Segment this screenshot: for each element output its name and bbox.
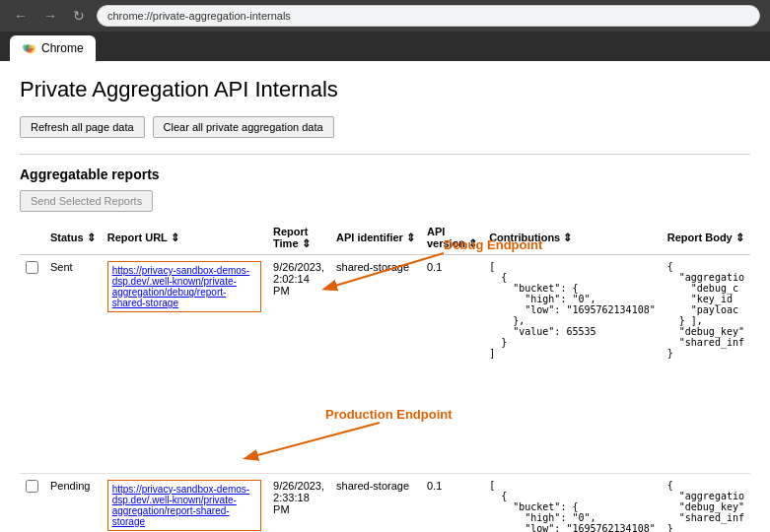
annotation-spacer-row [20,365,750,473]
section-divider [20,154,750,155]
row2-contributions: [ { "bucket": { "high": "0", "low": "169… [483,473,662,532]
chrome-logo-icon [22,41,35,55]
row2-url-cell: https://privacy-sandbox-demos-dsp.dev/.w… [102,473,267,532]
row1-checkbox[interactable] [26,261,38,274]
row1-status: Sent [44,255,102,366]
row1-contributions: [ { "bucket": { "high": "0", "low": "169… [483,255,662,366]
row2-api-id: shared-storage [330,473,421,532]
col-header-report-url: Report URL ⇕ [102,222,267,255]
table-wrapper: Debug Endpoint Production Endpoint Statu… [20,222,750,532]
reports-table: Status ⇕ Report URL ⇕ ReportTime ⇕ API i… [20,222,750,532]
browser-tab-bar: Chrome [0,32,770,61]
row1-api-id: shared-storage [330,255,421,366]
page-content: Private Aggregation API Internals Refres… [0,61,770,532]
col-header-api-id: API identifier ⇕ [330,222,421,255]
row1-time: 9/26/2023, 2:02:14 PM [267,255,330,366]
col-header-contributions: Contributions ⇕ [483,222,662,255]
row1-checkbox-cell [20,255,44,366]
send-selected-button[interactable]: Send Selected Reports [20,190,153,212]
table-row: Pending https://privacy-sandbox-demos-ds… [20,473,750,532]
row1-report-body-code: { "aggregatio "debug_c "key_id "payloac … [667,261,744,359]
row2-report-body-code: { "aggregatio "debug_key" "shared_inf } [667,480,744,533]
row2-status: Pending [44,473,102,532]
col-header-status: Status ⇕ [44,222,102,255]
row2-report-body: { "aggregatio "debug_key" "shared_inf } [662,473,750,532]
row1-api-version: 0.1 [421,255,483,366]
row2-contributions-code: [ { "bucket": { "high": "0", "low": "169… [489,480,656,533]
row2-checkbox-cell [20,473,44,532]
browser-chrome: ← → ↻ chrome://private-aggregation-inter… [0,0,770,32]
col-header-checkbox [20,222,44,255]
tab-label: Chrome [41,41,84,55]
col-header-api-version: APIversion ⇕ [421,222,483,255]
row1-report-body: { "aggregatio "debug_c "key_id "payloac … [662,255,750,366]
refresh-button[interactable]: Refresh all page data [20,116,145,138]
table-header-row: Status ⇕ Report URL ⇕ ReportTime ⇕ API i… [20,222,750,255]
row1-url-link[interactable]: https://privacy-sandbox-demos-dsp.dev/.w… [107,261,261,312]
row2-url-link[interactable]: https://privacy-sandbox-demos-dsp.dev/.w… [107,480,261,531]
clear-button[interactable]: Clear all private aggregation data [153,116,334,138]
browser-tab[interactable]: Chrome [10,35,96,61]
section-title: Aggregatable reports [20,166,750,182]
row2-checkbox[interactable] [26,480,38,493]
col-header-report-body: Report Body ⇕ [662,222,750,255]
back-button[interactable]: ← [10,6,32,26]
page-title: Private Aggregation API Internals [20,77,750,102]
row2-time: 9/26/2023, 2:33:18 PM [267,473,330,532]
row1-url-cell: https://privacy-sandbox-demos-dsp.dev/.w… [102,255,267,366]
forward-button[interactable]: → [39,6,61,26]
table-row: Sent https://privacy-sandbox-demos-dsp.d… [20,255,750,366]
row1-contributions-code: [ { "bucket": { "high": "0", "low": "169… [489,261,656,359]
url-text: chrome://private-aggregation-internals [107,10,291,22]
toolbar: Refresh all page data Clear all private … [20,116,750,138]
row2-api-version: 0.1 [421,473,483,532]
reload-button[interactable]: ↻ [69,6,89,26]
col-header-report-time: ReportTime ⇕ [267,222,330,255]
address-bar[interactable]: chrome://private-aggregation-internals [97,5,760,27]
